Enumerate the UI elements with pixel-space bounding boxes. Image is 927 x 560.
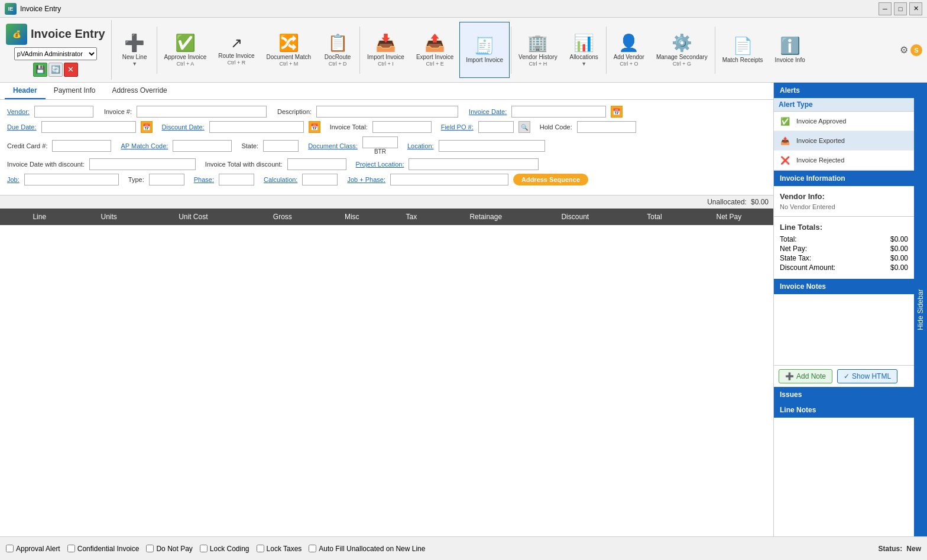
location-label[interactable]: Location: bbox=[407, 142, 434, 149]
add-vendor-shortcut: Ctrl + O bbox=[620, 61, 638, 67]
invoice-date-label[interactable]: Invoice Date: bbox=[469, 108, 507, 115]
tab-header[interactable]: Header bbox=[5, 83, 46, 99]
discount-label: Discount Amount: bbox=[780, 263, 835, 272]
phase-input[interactable] bbox=[219, 174, 254, 185]
field-po-button[interactable]: 🔍 bbox=[518, 121, 530, 133]
job-phase-label[interactable]: Job + Phase: bbox=[347, 176, 385, 183]
field-po-input[interactable] bbox=[478, 121, 514, 133]
unallocated-value: $0.00 bbox=[751, 198, 769, 206]
checkbox-auto-fill[interactable]: Auto Fill Unallocated on New Line bbox=[309, 545, 425, 553]
ap-match-code-input[interactable] bbox=[173, 140, 232, 152]
app-icon: IE bbox=[5, 3, 17, 15]
checkbox-approval-alert[interactable]: Approval Alert bbox=[6, 545, 60, 553]
calculation-input[interactable] bbox=[302, 174, 338, 185]
add-vendor-button[interactable]: 👤 Add Vendor Ctrl + O bbox=[608, 22, 650, 78]
lock-coding-checkbox[interactable] bbox=[200, 545, 208, 552]
docroute-button[interactable]: 📋 DocRoute Ctrl + D bbox=[317, 22, 358, 78]
allocations-button[interactable]: 📊 Allocations ▼ bbox=[563, 22, 605, 78]
location-input[interactable] bbox=[439, 140, 545, 152]
invoice-num-input[interactable] bbox=[137, 106, 267, 118]
invoice-date-cal-button[interactable]: 📅 bbox=[611, 106, 623, 118]
user-select[interactable]: pVAdmin Administrator bbox=[14, 47, 97, 60]
checkbox-do-not-pay[interactable]: Do Not Pay bbox=[146, 545, 192, 553]
job-input[interactable] bbox=[24, 174, 119, 185]
tab-address-override[interactable]: Address Override bbox=[103, 83, 175, 99]
state-input[interactable] bbox=[263, 140, 299, 152]
form-area: Vendor: Invoice #: Description: Invoice … bbox=[0, 100, 773, 196]
project-location-label[interactable]: Project Location: bbox=[356, 161, 404, 168]
content-area: Header Payment Info Address Override Ven… bbox=[0, 83, 773, 536]
approve-invoice-button[interactable]: ✅ Approve Invoice Ctrl + A bbox=[158, 22, 213, 78]
phase-label[interactable]: Phase: bbox=[194, 176, 214, 183]
project-location-input[interactable] bbox=[409, 158, 539, 170]
document-class-input[interactable]: 1 bbox=[362, 136, 398, 148]
import-invoice2-button[interactable]: 🧾 Import Invoice bbox=[459, 22, 510, 78]
type-label: Type: bbox=[128, 176, 144, 183]
close-button[interactable]: ✕ bbox=[909, 2, 922, 15]
approval-alert-checkbox[interactable] bbox=[6, 545, 14, 552]
add-note-button[interactable]: ➕ Add Note bbox=[779, 369, 832, 383]
job-label[interactable]: Job: bbox=[7, 176, 20, 183]
hold-code-input[interactable] bbox=[577, 121, 636, 133]
document-match-button[interactable]: 🔀 Document Match Ctrl + M bbox=[260, 22, 317, 78]
total-value: $0.00 bbox=[890, 235, 908, 243]
address-sequence-button[interactable]: Address Sequence bbox=[513, 174, 588, 185]
do-not-pay-checkbox[interactable] bbox=[146, 545, 154, 552]
manage-secondary-button[interactable]: ⚙️ Manage Secondary Ctrl + G bbox=[650, 22, 714, 78]
new-line-button[interactable]: ➕ New Line ▼ bbox=[114, 22, 155, 78]
issues-header: Issues bbox=[774, 387, 914, 402]
add-note-label: Add Note bbox=[796, 372, 826, 380]
confidential-invoice-checkbox[interactable] bbox=[67, 545, 75, 552]
col-discount: Discount bbox=[530, 213, 620, 221]
refresh-button[interactable]: 🔄 bbox=[48, 63, 63, 77]
invoice-notes-header: Invoice Notes bbox=[774, 279, 914, 294]
maximize-button[interactable]: □ bbox=[894, 2, 907, 15]
match-receipts-button[interactable]: 📄 Match Receipts bbox=[717, 22, 769, 78]
due-date-cal-button[interactable]: 📅 bbox=[141, 121, 153, 133]
delete-button[interactable]: ✕ bbox=[64, 63, 78, 77]
route-invoice-button[interactable]: ↗ Route Invoice Ctrl + R bbox=[212, 22, 260, 78]
invoice-date-input[interactable] bbox=[511, 106, 606, 118]
credit-card-input[interactable] bbox=[52, 140, 111, 152]
import-invoice-button[interactable]: 📥 Import Invoice Ctrl + I bbox=[361, 22, 410, 78]
invoice-date-discount-input[interactable] bbox=[89, 158, 196, 170]
hide-sidebar-button[interactable]: Hide Sidebar bbox=[914, 83, 927, 536]
toolbar-settings-right: ⚙ S bbox=[895, 18, 927, 82]
calculation-label[interactable]: Calculation: bbox=[264, 176, 297, 183]
alert-row-exported[interactable]: 📤 Invoice Exported bbox=[774, 131, 914, 151]
checkbox-lock-coding[interactable]: Lock Coding bbox=[200, 545, 249, 553]
field-po-label[interactable]: Field PO #: bbox=[441, 123, 474, 131]
discount-date-cal-button[interactable]: 📅 bbox=[309, 121, 320, 133]
minimize-button[interactable]: ─ bbox=[879, 2, 892, 15]
invoice-total-discount-input[interactable]: 0.00 bbox=[287, 158, 346, 170]
vendor-label[interactable]: Vendor: bbox=[7, 108, 30, 115]
auto-fill-checkbox[interactable] bbox=[309, 545, 316, 552]
discount-date-input[interactable] bbox=[209, 121, 304, 133]
due-date-input[interactable] bbox=[41, 121, 136, 133]
lock-taxes-checkbox[interactable] bbox=[257, 545, 264, 552]
discount-date-label[interactable]: Discount Date: bbox=[162, 123, 205, 131]
checkbox-lock-taxes[interactable]: Lock Taxes bbox=[257, 545, 302, 553]
invoice-info-button[interactable]: ℹ️ Invoice Info bbox=[769, 22, 811, 78]
checkbox-confidential-invoice[interactable]: Confidential Invoice bbox=[67, 545, 140, 553]
docroute-label: DocRoute bbox=[325, 54, 351, 61]
show-html-button[interactable]: ✓ Show HTML bbox=[837, 369, 897, 383]
tab-payment-info[interactable]: Payment Info bbox=[46, 83, 104, 99]
save-button[interactable]: 💾 bbox=[33, 63, 47, 77]
ap-match-code-label[interactable]: AP Match Code: bbox=[121, 142, 168, 149]
description-label: Description: bbox=[277, 108, 312, 115]
type-input[interactable] bbox=[149, 174, 184, 185]
settings-gear-icon[interactable]: ⚙ bbox=[900, 44, 908, 56]
due-date-label[interactable]: Due Date: bbox=[7, 123, 37, 131]
invoice-total-input[interactable]: 0.00 bbox=[372, 121, 432, 133]
export-invoice-button[interactable]: 📤 Export Invoice Ctrl + E bbox=[410, 22, 459, 78]
vendor-input[interactable] bbox=[34, 106, 93, 118]
document-class-label[interactable]: Document Class: bbox=[308, 142, 358, 149]
vendor-history-button[interactable]: 🏢 Vendor History Ctrl + H bbox=[513, 22, 563, 78]
alert-row-rejected[interactable]: ❌ Invoice Rejected bbox=[774, 151, 914, 170]
job-phase-input[interactable] bbox=[390, 174, 508, 185]
description-input[interactable] bbox=[316, 106, 458, 118]
invoice-info-header: Invoice Information bbox=[774, 171, 914, 186]
confidential-invoice-label: Confidential Invoice bbox=[77, 545, 140, 553]
alert-row-approved[interactable]: ✅ Invoice Approved bbox=[774, 112, 914, 131]
